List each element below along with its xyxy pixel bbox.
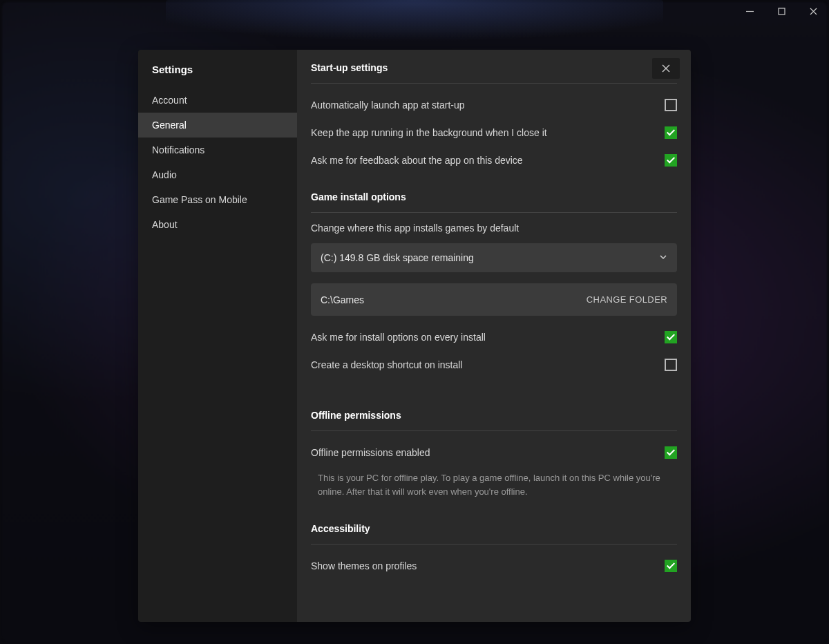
offline-sub-text: This is your PC for offline play. To pla… bbox=[311, 468, 677, 504]
close-icon bbox=[810, 8, 817, 15]
sidebar-item-general[interactable]: General bbox=[138, 113, 297, 138]
sidebar-item-audio[interactable]: Audio bbox=[138, 162, 297, 187]
setting-show-themes: Show themes on profiles bbox=[311, 554, 677, 578]
chevron-down-icon bbox=[659, 252, 667, 264]
content-scroll[interactable]: Start-up settings Automatically launch a… bbox=[297, 50, 691, 622]
drive-dropdown-label: (C:) 149.8 GB disk space remaining bbox=[321, 252, 474, 263]
setting-label: Keep the app running in the background w… bbox=[311, 127, 665, 138]
setting-feedback: Ask me for feedback about the app on thi… bbox=[311, 149, 677, 172]
minimize-icon bbox=[746, 8, 754, 15]
settings-content: Start-up settings Automatically launch a… bbox=[297, 50, 691, 622]
section-title-startup: Start-up settings bbox=[311, 62, 677, 84]
checkbox-auto-launch[interactable] bbox=[665, 99, 677, 111]
close-icon bbox=[661, 64, 671, 73]
titlebar bbox=[734, 0, 829, 22]
checkbox-offline-enabled[interactable] bbox=[665, 446, 677, 459]
setting-offline-enabled: Offline permissions enabled bbox=[311, 441, 677, 464]
setting-label: Offline permissions enabled bbox=[311, 447, 665, 458]
setting-label: Show themes on profiles bbox=[311, 560, 665, 571]
checkbox-desktop-shortcut[interactable] bbox=[665, 359, 677, 371]
setting-label: Automatically launch app at start-up bbox=[311, 100, 665, 111]
maximize-icon bbox=[778, 8, 785, 15]
section-startup: Start-up settings Automatically launch a… bbox=[311, 62, 677, 172]
maximize-button[interactable] bbox=[765, 0, 797, 22]
section-title-accessibility: Accessibility bbox=[311, 523, 677, 544]
section-install: Game install options Change where this a… bbox=[311, 191, 677, 377]
checkbox-feedback[interactable] bbox=[665, 154, 677, 167]
close-dialog-button[interactable] bbox=[652, 58, 680, 79]
install-path: C:\Games bbox=[321, 294, 364, 305]
close-window-button[interactable] bbox=[797, 0, 829, 22]
setting-label: Create a desktop shortcut on install bbox=[311, 359, 665, 370]
section-offline: Offline permissions Offline permissions … bbox=[311, 410, 677, 504]
setting-label: Ask me for feedback about the app on thi… bbox=[311, 155, 665, 166]
sidebar-title: Settings bbox=[138, 50, 297, 88]
install-path-row: C:\Games CHANGE FOLDER bbox=[311, 283, 677, 316]
section-title-offline: Offline permissions bbox=[311, 410, 677, 431]
sidebar-item-game-pass-mobile[interactable]: Game Pass on Mobile bbox=[138, 187, 297, 212]
checkbox-ask-install-options[interactable] bbox=[665, 331, 677, 343]
settings-dialog: Settings Account General Notifications A… bbox=[138, 50, 691, 622]
install-desc: Change where this app installs games by … bbox=[311, 222, 677, 234]
minimize-button[interactable] bbox=[734, 0, 765, 22]
change-folder-button[interactable]: CHANGE FOLDER bbox=[587, 290, 667, 309]
checkbox-keep-running[interactable] bbox=[665, 126, 677, 139]
setting-desktop-shortcut: Create a desktop shortcut on install bbox=[311, 353, 677, 377]
checkbox-show-themes[interactable] bbox=[665, 560, 677, 572]
drive-dropdown[interactable]: (C:) 149.8 GB disk space remaining bbox=[311, 243, 677, 272]
svg-rect-0 bbox=[779, 8, 785, 15]
settings-sidebar: Settings Account General Notifications A… bbox=[138, 50, 297, 622]
setting-ask-install-options: Ask me for install options on every inst… bbox=[311, 325, 677, 349]
sidebar-item-about[interactable]: About bbox=[138, 212, 297, 237]
setting-auto-launch: Automatically launch app at start-up bbox=[311, 93, 677, 117]
sidebar-item-account[interactable]: Account bbox=[138, 88, 297, 113]
section-title-install: Game install options bbox=[311, 191, 677, 213]
setting-keep-running: Keep the app running in the background w… bbox=[311, 121, 677, 144]
sidebar-item-notifications[interactable]: Notifications bbox=[138, 138, 297, 162]
setting-label: Ask me for install options on every inst… bbox=[311, 332, 665, 343]
section-accessibility: Accessibility Show themes on profiles bbox=[311, 523, 677, 578]
